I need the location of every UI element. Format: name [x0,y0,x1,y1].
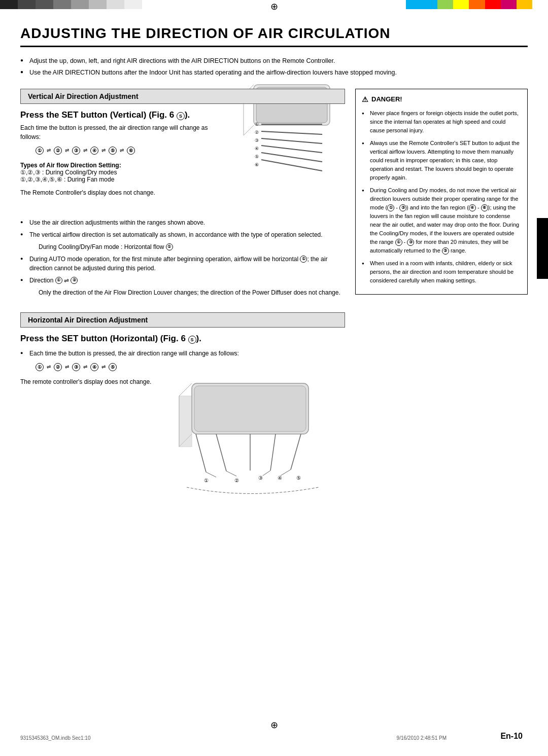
svg-text:⑤: ⑤ [296,475,301,481]
vertical-content: ① ② ③ ④ ⑤ [20,110,345,213]
cn-r3: ③ [407,239,414,246]
svg-line-19 [196,434,206,472]
svg-line-23 [226,471,236,476]
cn-r1: ① [395,239,402,246]
flow-num-4: ④ [90,147,98,155]
svg-rect-36 [179,396,192,447]
svg-line-33 [179,383,192,396]
svg-text:③: ③ [258,475,263,481]
horizontal-image-container: The remote controller's display does not… [20,378,345,496]
cn-dir-1: ① [55,277,62,284]
footer-right-text: 9/16/2010 2:48:51 PM [397,735,447,741]
page-number: En-10 [500,732,523,741]
color-bar-1 [0,0,18,9]
svg-line-10 [261,153,322,162]
vertical-flow-diagram: ① ⇌ ② ⇌ ③ ⇌ ④ ⇌ ⑤ ⇌ ⑥ [36,147,228,155]
set-button-icon-v: S [177,112,185,120]
left-column: Vertical Air Direction Adjustment ① [20,89,345,496]
h-arrow-3: ⇌ [83,364,87,370]
color-bar-green [437,0,453,9]
cn-r3b: ③ [442,247,449,255]
h-arrow-4: ⇌ [101,364,106,370]
svg-text:④: ④ [278,475,282,481]
svg-text:①: ① [255,122,259,127]
set-button-icon-h: S [188,336,196,344]
flow-num-1: ① [36,147,44,155]
horizontal-flow-diagram: ① ⇌ ② ⇌ ③ ⇌ ④ ⇌ ⑤ [36,363,345,371]
danger-bullet-2: Always use the Remote Controller's SET b… [362,139,521,182]
vertical-section-header: Vertical Air Direction Adjustment [20,89,345,104]
cn-auto: ① [300,256,307,263]
h-flow-1: ① [36,363,44,371]
airflow-types-title-bold: Types of Air flow Direction Setting: [20,162,121,169]
v-bullet-1: Use the air direction adjustments within… [20,218,345,227]
danger-bullet-1: Never place fingers or foreign objects i… [362,109,521,135]
h-bullet-1: Each time the button is pressed, the air… [20,349,345,358]
danger-icon: ⚠ [362,94,368,105]
color-bar-amber [517,0,532,9]
horizontal-section-header: Horizontal Air Direction Adjustment [20,312,345,328]
flow-num-3: ③ [72,147,80,155]
svg-text:③: ③ [255,138,259,143]
color-bar-orange [469,0,485,9]
cn-d4: ④ [469,204,476,211]
horizontal-unit-svg: ① ② ③ ④ [151,378,334,495]
color-bar-6 [89,0,107,9]
svg-line-20 [206,472,216,477]
danger-bullets: Never place fingers or foreign objects i… [362,109,521,285]
footer-right: 9/16/2010 2:48:51 PM [397,735,447,741]
cn-d6: ⑥ [481,204,488,211]
h-flow-4: ④ [90,363,98,371]
main-two-col: Vertical Air Direction Adjustment ① [20,89,528,496]
h-flow-2: ② [54,363,62,371]
flow-arrow-3: ⇌ [83,148,87,153]
horizontal-section: Horizontal Air Direction Adjustment Pres… [20,312,345,496]
svg-text:①: ① [204,478,209,483]
page-content: ADJUSTING THE DIRECTION OF AIR CIRCULATI… [0,10,548,527]
svg-line-31 [281,470,291,476]
danger-bullet-4: When used in a room with infants, childr… [362,259,521,285]
svg-line-12 [261,160,322,171]
svg-line-30 [291,434,301,470]
color-bar-2 [18,0,36,9]
danger-title: DANGER! [371,94,402,104]
svg-rect-18 [194,386,306,431]
horizontal-unit-diagram: ① ② ③ ④ [151,378,334,496]
page-title: ADJUSTING THE DIRECTION OF AIR CIRCULATI… [20,25,528,47]
cooling-dry-note: During Cooling/Dry/Fan mode : Horizontal… [39,242,345,251]
flow-arrow-1: ⇌ [47,148,51,153]
svg-line-8 [261,146,322,153]
flow-arrow-2: ⇌ [65,148,69,153]
svg-line-22 [216,434,226,471]
cn-d3: ③ [399,204,406,211]
h-remote-note: The remote controller's display does not… [20,378,151,385]
color-bar-5 [71,0,89,9]
danger-header: ⚠ DANGER! [362,94,521,105]
danger-bullet-3: During Cooling and Dry modes, do not mov… [362,186,521,255]
intro-bullets: Adjust the up, down, left, and right AIR… [20,56,528,78]
color-bar-red [485,0,501,9]
flow-num-6: ⑥ [127,147,135,155]
top-right-color-bars [406,0,548,9]
color-bar-white [532,0,548,9]
svg-line-6 [261,138,322,143]
color-bar-7 [107,0,124,9]
cn-dir-2: ② [71,277,78,284]
horizontal-remote-note: The remote controller's display does not… [20,378,151,385]
svg-line-28 [263,471,270,476]
bottom-compass-icon: ⊕ [270,719,278,731]
vertical-bullet-list: Use the air direction adjustments within… [20,218,345,297]
svg-line-4 [261,131,322,134]
intro-bullet-1: Adjust the up, down, left, and right AIR… [20,56,528,66]
direction-note: Only the direction of the Air Flow Direc… [39,288,345,297]
flow-arrow-4: ⇌ [101,148,106,153]
top-left-color-bars [0,0,142,9]
h-arrow-1: ⇌ [47,364,51,370]
top-compass-icon: ⊕ [270,1,278,12]
footer-left: 9315345363_OM.indb Sec1:10 [20,735,90,741]
v-bullet-4: Direction ① ⇌ ② Only the direction of th… [20,276,345,297]
color-bar-3 [36,0,53,9]
h-flow-5: ⑤ [109,363,117,371]
intro-bullet-2: Use the AIR DIRECTION buttons after the … [20,68,528,78]
svg-text:④: ④ [255,146,259,151]
